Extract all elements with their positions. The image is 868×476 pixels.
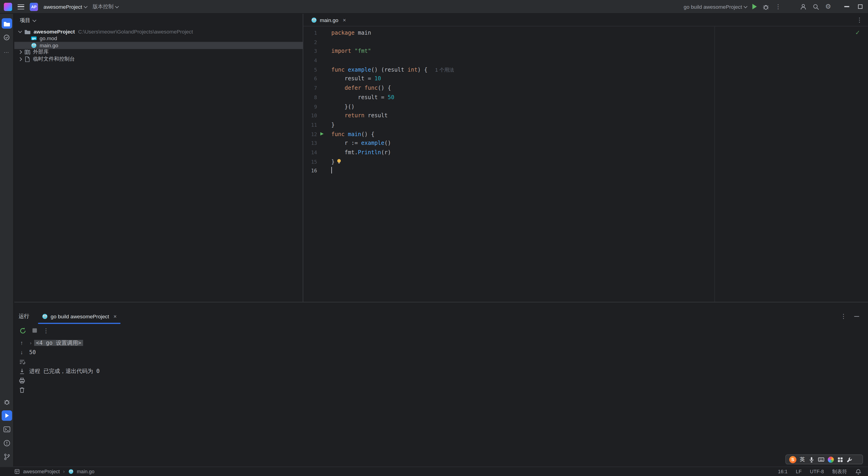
tree-row-maingo-selected[interactable]: main.go: [14, 42, 303, 49]
code-line: 11}: [303, 120, 868, 130]
terminal-tool-button[interactable]: [1, 424, 12, 435]
code-token: () {: [361, 131, 374, 137]
project-panel-header[interactable]: 项目: [14, 14, 303, 27]
rerun-icon[interactable]: [19, 327, 26, 334]
tree-row-external-libraries[interactable]: 外部库: [14, 49, 303, 56]
code-line: 6 result = 10: [303, 75, 868, 84]
run-tool-window: 运行 go build awesomeProject × ⋮ ⋮ ↑: [14, 302, 868, 467]
caret-position-widget[interactable]: 16:1: [778, 469, 787, 474]
tree-row-project-root[interactable]: awesomeProject C:\Users\meowr\GolandProj…: [14, 28, 303, 35]
microphone-icon[interactable]: [808, 456, 814, 462]
code-token: [331, 113, 345, 118]
code-token: (r): [381, 149, 391, 155]
tool-window-stripe: …: [0, 14, 14, 467]
close-icon[interactable]: ×: [114, 314, 117, 320]
code-token: }(): [331, 103, 354, 109]
code-token: [345, 131, 348, 137]
code-token: () {: [378, 85, 391, 91]
project-avatar[interactable]: AP: [30, 2, 38, 11]
line-number: 13: [303, 139, 317, 148]
code-token: }: [331, 158, 335, 164]
encoding-widget[interactable]: UTF-8: [810, 469, 824, 474]
code-line: 10 return result: [303, 111, 868, 120]
chevron-right-icon: ›: [63, 469, 65, 474]
node-label: 外部库: [33, 49, 49, 56]
breadcrumb: awesomeProject › main.go: [14, 469, 94, 474]
project-tool-button[interactable]: [1, 18, 12, 29]
stop-icon[interactable]: [33, 328, 37, 332]
fold-chevron-icon[interactable]: ›: [29, 340, 32, 346]
line-separator-widget[interactable]: LF: [796, 469, 802, 474]
line-number: 15: [303, 157, 317, 167]
commit-tool-button[interactable]: [1, 32, 12, 42]
hide-tool-window-icon[interactable]: [854, 316, 859, 317]
editor-tab-label: main.go: [320, 17, 338, 23]
code-line: 9 }(): [303, 102, 868, 111]
soft-wrap-icon[interactable]: [18, 358, 25, 365]
code-with-me-icon[interactable]: [800, 3, 807, 10]
search-everywhere-icon[interactable]: [812, 3, 819, 10]
code-editor[interactable]: ✓ 1package main 2 3import "fmt" 4 5func …: [303, 26, 868, 302]
main-menu-icon[interactable]: [18, 4, 24, 9]
chevron-right-icon[interactable]: [18, 50, 22, 54]
editor-tab-strip: main.go × ⋮: [303, 14, 868, 26]
run-panel-header: 运行 go build awesomeProject × ⋮: [14, 302, 868, 324]
console-command-line[interactable]: ›<4 go 设置调用>: [29, 338, 99, 348]
breadcrumb-file[interactable]: main.go: [77, 469, 94, 474]
chevron-down-icon[interactable]: [18, 29, 22, 33]
scroll-to-end-icon[interactable]: [18, 368, 25, 375]
window-layout-icon[interactable]: [14, 469, 20, 474]
usages-inlay-hint[interactable]: 1 个用法: [435, 67, 454, 72]
more-run-actions-icon[interactable]: ⋮: [43, 328, 49, 333]
run-button[interactable]: [752, 4, 757, 9]
run-toolbar: ⋮: [14, 324, 868, 337]
run-gutter-icon[interactable]: [320, 132, 323, 136]
debug-button[interactable]: [763, 3, 770, 10]
ime-language-indicator[interactable]: 英: [800, 456, 805, 463]
breadcrumb-project[interactable]: awesomeProject: [23, 469, 60, 474]
chevron-right-icon[interactable]: [18, 57, 22, 61]
window-minimize-icon[interactable]: [844, 6, 849, 7]
vcs-widget[interactable]: 版本控制: [93, 3, 119, 10]
more-actions-icon[interactable]: ⋮: [775, 4, 781, 10]
apps-grid-icon[interactable]: [837, 456, 843, 462]
project-selector[interactable]: awesomeProject: [43, 4, 87, 10]
code-token: func: [331, 131, 345, 137]
more-tool-windows-button[interactable]: …: [1, 46, 12, 56]
console-stdout-line: 50: [29, 348, 99, 357]
settings-gear-icon[interactable]: ⚙: [825, 3, 831, 10]
tool-window-options-icon[interactable]: ⋮: [840, 314, 846, 320]
intention-bulb-icon[interactable]: [336, 158, 342, 164]
run-tool-button[interactable]: [1, 410, 12, 421]
up-stacktrace-icon[interactable]: ↑: [21, 340, 23, 347]
indent-widget[interactable]: 制表符: [832, 468, 847, 475]
tree-row-gomod[interactable]: go go.mod: [14, 35, 303, 42]
line-number: 8: [303, 93, 317, 102]
skin-palette-icon[interactable]: [828, 456, 833, 462]
version-control-tool-button[interactable]: [1, 452, 12, 462]
problems-tool-button[interactable]: [1, 438, 12, 448]
print-icon[interactable]: [18, 377, 25, 384]
status-bar: awesomeProject › main.go 16:1 LF UTF-8 制…: [0, 467, 868, 476]
file-label: main.go: [40, 42, 58, 48]
run-tab-go-build[interactable]: go build awesomeProject ×: [38, 309, 121, 324]
wrench-icon[interactable]: [846, 456, 852, 462]
clear-console-icon[interactable]: [18, 387, 25, 393]
code-token: return: [345, 113, 365, 118]
window-maximize-icon[interactable]: [858, 4, 863, 9]
down-stacktrace-icon[interactable]: ↓: [21, 349, 23, 356]
folded-command-text[interactable]: <4 go 设置调用>: [34, 340, 83, 346]
tree-row-scratches[interactable]: 临时文件和控制台: [14, 56, 303, 62]
run-configuration-selector[interactable]: go build awesomeProject: [684, 4, 747, 10]
close-icon[interactable]: ×: [343, 17, 346, 23]
line-number: 10: [303, 111, 317, 120]
debug-tool-button[interactable]: [1, 396, 12, 407]
keyboard-icon[interactable]: [817, 456, 824, 463]
tab-list-more-icon[interactable]: ⋮: [856, 17, 862, 23]
notifications-bell-icon[interactable]: [856, 469, 861, 474]
editor-tab-maingo[interactable]: main.go ×: [309, 13, 348, 26]
sogou-logo-icon[interactable]: S: [789, 456, 797, 463]
line-number: 3: [303, 47, 317, 56]
run-console[interactable]: ↑ ↓ ›<4 go 设置调用> 50 进程 已完成，退出代码为 0: [14, 337, 868, 467]
project-root-name: awesomeProject: [33, 28, 75, 34]
